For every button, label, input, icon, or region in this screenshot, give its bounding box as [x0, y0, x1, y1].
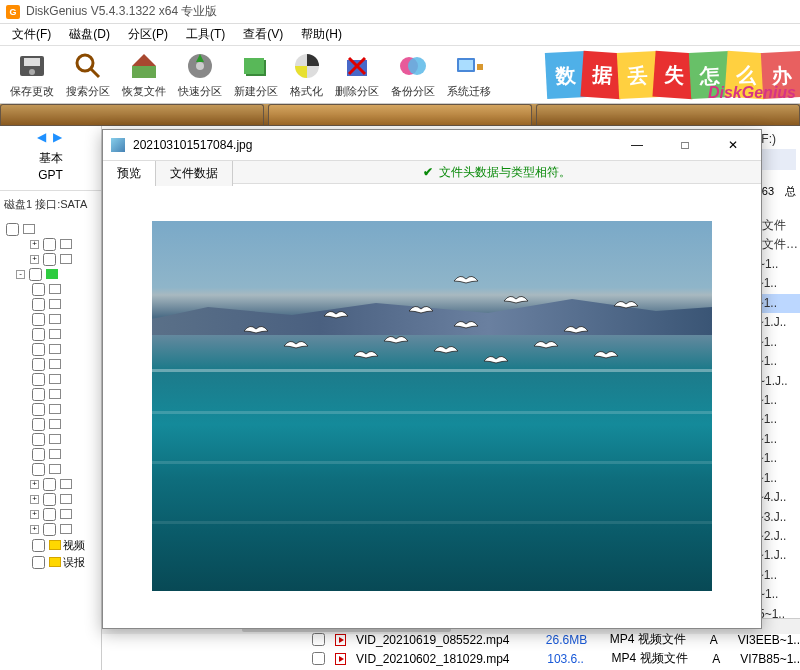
tree-row[interactable]: + [2, 237, 99, 252]
tree-row[interactable] [2, 417, 99, 432]
folder-icon [49, 344, 61, 354]
tree-checkbox[interactable] [43, 523, 56, 536]
folder-icon [49, 557, 61, 567]
folder-icon [46, 269, 58, 279]
tree-expander-icon[interactable]: + [30, 240, 39, 249]
tree-checkbox[interactable] [32, 328, 45, 341]
menu-item[interactable]: 查看(V) [235, 24, 291, 45]
tree-expander-icon[interactable]: - [16, 270, 25, 279]
tree-row[interactable] [2, 312, 99, 327]
tool-label: 快速分区 [178, 84, 222, 99]
toolbar-migrate-button[interactable]: 系统迁移 [441, 48, 497, 101]
tree-row[interactable]: 误报 [2, 554, 99, 571]
tree-row[interactable] [2, 282, 99, 297]
menu-item[interactable]: 磁盘(D) [61, 24, 118, 45]
tree-checkbox[interactable] [32, 539, 45, 552]
left-panel: ◀ ▶ 基本 GPT 磁盘1 接口:SATA ++-++++视频误报 [0, 126, 102, 670]
tree-row[interactable]: - [2, 267, 99, 282]
tree-row[interactable] [2, 372, 99, 387]
tree-row[interactable] [2, 387, 99, 402]
maximize-button[interactable]: □ [665, 131, 705, 159]
preview-tabs: 预览 文件数据 ✔ 文件头数据与类型相符。 [103, 160, 761, 184]
row-checkbox[interactable] [312, 652, 325, 665]
tree-checkbox[interactable] [32, 313, 45, 326]
menu-item[interactable]: 分区(P) [120, 24, 176, 45]
bird-icon [592, 346, 620, 364]
tree-row[interactable]: + [2, 477, 99, 492]
file-size: 103.6.. [547, 652, 601, 666]
toolbar-recover-button[interactable]: 恢复文件 [116, 48, 172, 101]
minimize-button[interactable]: — [617, 131, 657, 159]
tree-row[interactable] [2, 402, 99, 417]
tree-expander-icon[interactable]: + [30, 510, 39, 519]
app-title: DiskGenius V5.4.3.1322 x64 专业版 [26, 3, 217, 20]
nav-arrows[interactable]: ◀ ▶ [0, 126, 101, 148]
tree-row[interactable]: 视频 [2, 537, 99, 554]
menu-item[interactable]: 工具(T) [178, 24, 233, 45]
tree-checkbox[interactable] [32, 358, 45, 371]
tree-checkbox[interactable] [43, 508, 56, 521]
tree-checkbox[interactable] [32, 433, 45, 446]
tree-row[interactable] [2, 447, 99, 462]
toolbar-new-button[interactable]: 新建分区 [228, 48, 284, 101]
close-button[interactable]: ✕ [713, 131, 753, 159]
menu-item[interactable]: 文件(F) [4, 24, 59, 45]
tree-expander-icon[interactable]: + [30, 495, 39, 504]
toolbar-format-button[interactable]: 格式化 [284, 48, 329, 101]
tree-checkbox[interactable] [32, 403, 45, 416]
tree-checkbox[interactable] [32, 373, 45, 386]
tree-checkbox[interactable] [32, 298, 45, 311]
tree-label: 误报 [63, 555, 85, 570]
tree-checkbox[interactable] [32, 556, 45, 569]
tree-row[interactable] [2, 432, 99, 447]
toolbar-search-button[interactable]: 搜索分区 [60, 48, 116, 101]
tree-checkbox[interactable] [43, 238, 56, 251]
tree-checkbox[interactable] [43, 493, 56, 506]
tree-checkbox[interactable] [43, 253, 56, 266]
tree-expander-icon[interactable]: + [30, 255, 39, 264]
file-attr: A [712, 652, 730, 666]
bird-icon [382, 331, 410, 349]
tree-row[interactable]: + [2, 507, 99, 522]
tree-row[interactable] [2, 297, 99, 312]
tree-checkbox[interactable] [32, 343, 45, 356]
tree-expander-icon[interactable]: + [30, 480, 39, 489]
tree-row[interactable] [2, 222, 99, 237]
tree-checkbox[interactable] [32, 463, 45, 476]
tree-row[interactable]: + [2, 522, 99, 537]
tree-checkbox[interactable] [29, 268, 42, 281]
folder-icon [23, 224, 35, 234]
tree-checkbox[interactable] [43, 478, 56, 491]
menu-item[interactable]: 帮助(H) [293, 24, 350, 45]
toolbar-quick-button[interactable]: 快速分区 [172, 48, 228, 101]
tree-row[interactable] [2, 462, 99, 477]
tree-row[interactable]: + [2, 492, 99, 507]
toolbar-delete-button[interactable]: 删除分区 [329, 48, 385, 101]
tab-preview[interactable]: 预览 [103, 161, 156, 186]
toolbar-backup-button[interactable]: 备份分区 [385, 48, 441, 101]
tree-row[interactable] [2, 357, 99, 372]
file-row[interactable]: VID_20210602_181029.mp4103.6..MP4 视频文件AV… [312, 649, 800, 668]
tree-checkbox[interactable] [32, 283, 45, 296]
tree-expander-icon[interactable]: + [30, 525, 39, 534]
tree-checkbox[interactable] [32, 388, 45, 401]
tree-row[interactable] [2, 342, 99, 357]
preview-titlebar[interactable]: 202103101517084.jpg — □ ✕ [103, 130, 761, 160]
tool-label: 系统迁移 [447, 84, 491, 99]
bird-icon [502, 291, 530, 309]
svg-rect-18 [459, 60, 473, 70]
tree-checkbox[interactable] [32, 448, 45, 461]
tree-checkbox[interactable] [6, 223, 19, 236]
promo-banner: 数据丢失怎么办DiskGenius [548, 46, 800, 104]
tab-file-data[interactable]: 文件数据 [156, 161, 233, 186]
folder-tree[interactable]: ++-++++视频误报 [0, 218, 101, 670]
row-checkbox[interactable] [312, 633, 325, 646]
video-icon [335, 634, 346, 646]
video-icon [335, 653, 346, 665]
tree-row[interactable]: + [2, 252, 99, 267]
tree-row[interactable] [2, 327, 99, 342]
file-row[interactable]: VID_20210619_085522.mp426.6MBMP4 视频文件AVI… [312, 630, 800, 649]
toolbar-save-button[interactable]: 保存更改 [4, 48, 60, 101]
tool-label: 格式化 [290, 84, 323, 99]
tree-checkbox[interactable] [32, 418, 45, 431]
